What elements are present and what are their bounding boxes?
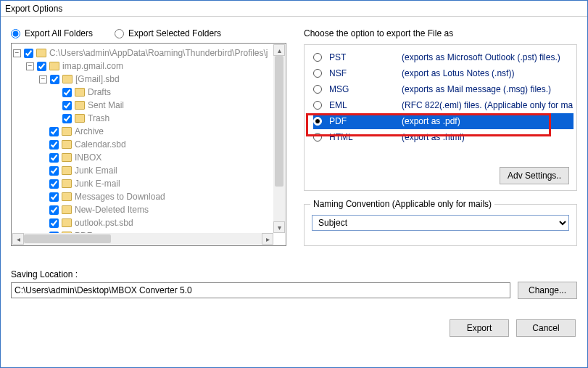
export-all-radio-input[interactable] [11, 29, 20, 38]
tree-row[interactable]: New-Deleted Items [13, 203, 284, 216]
tree-vertical-scrollbar[interactable]: ▴ ▾ [273, 44, 285, 233]
radio-icon[interactable] [313, 69, 322, 78]
scroll-left-icon[interactable]: ◂ [12, 233, 24, 245]
radio-icon[interactable] [313, 85, 322, 94]
radio-icon[interactable] [313, 53, 322, 62]
format-desc: (exports as Mail message (.msg) files.) [402, 84, 551, 94]
tree-row[interactable]: Junk Email [13, 164, 284, 177]
tree-row[interactable]: Sent Mail [13, 99, 284, 112]
tree-checkbox[interactable] [49, 192, 59, 202]
tree-checkbox[interactable] [62, 114, 72, 123]
change-button[interactable]: Change... [518, 282, 577, 299]
tree-row[interactable]: INBOX [13, 151, 284, 164]
tree-row-root[interactable]: − C:\Users\admin\AppData\Roaming\Thunder… [13, 46, 284, 60]
tree-label: Sent Mail [88, 100, 124, 110]
tree-label: imap.gmail.com [62, 61, 123, 71]
tree-checkbox[interactable] [49, 179, 59, 189]
tree-row[interactable]: Messages to Download [13, 190, 284, 203]
folder-icon [75, 101, 85, 110]
format-name: NSF [329, 68, 394, 78]
folder-icon [62, 179, 72, 188]
export-format-group: PST(exports as Microsoft Outlook (.pst) … [304, 44, 577, 191]
format-option-msg[interactable]: MSG(exports as Mail message (.msg) files… [313, 81, 573, 97]
folder-icon [62, 218, 72, 227]
radio-icon[interactable] [313, 133, 322, 142]
expand-toggle-icon[interactable]: − [26, 62, 34, 70]
tree-label: [Gmail].sbd [75, 74, 120, 84]
tree-label: Calendar.sbd [75, 139, 126, 150]
format-name: EML [329, 100, 394, 110]
naming-convention-group: Naming Convention (Applicable only for m… [304, 204, 577, 246]
tree-label: Archive [75, 126, 104, 136]
scroll-track[interactable] [273, 56, 285, 221]
folder-icon [62, 140, 72, 149]
tree-checkbox[interactable] [49, 140, 59, 150]
expand-toggle-icon[interactable]: − [39, 75, 47, 83]
export-format-heading: Choose the option to export the File as [304, 28, 577, 38]
scroll-down-icon[interactable]: ▾ [273, 221, 285, 233]
format-desc: (export as .html) [402, 132, 465, 142]
folder-icon [36, 49, 46, 57]
folder-icon [75, 114, 85, 123]
tree-checkbox[interactable] [24, 49, 33, 58]
scroll-thumb[interactable] [275, 56, 283, 187]
tree-label: C:\Users\admin\AppData\Roaming\Thunderbi… [49, 48, 268, 58]
export-selected-radio[interactable]: Export Selected Folders [115, 28, 221, 38]
format-option-html[interactable]: HTML(export as .html) [313, 129, 573, 145]
scroll-track[interactable] [24, 233, 262, 245]
tree-checkbox[interactable] [62, 88, 72, 97]
tree-label: outlook.pst.sbd [75, 218, 133, 228]
naming-select[interactable]: Subject [312, 215, 569, 231]
folder-tree[interactable]: − C:\Users\admin\AppData\Roaming\Thunder… [11, 43, 286, 246]
tree-row[interactable]: Drafts [13, 86, 284, 99]
export-options-window: Export Options Export All Folders Export… [0, 0, 588, 368]
titlebar: Export Options [1, 1, 587, 17]
export-button[interactable]: Export [450, 319, 509, 337]
export-selected-radio-input[interactable] [115, 29, 124, 38]
tree-row[interactable]: Archive [13, 125, 284, 138]
content-area: Export All Folders Export Selected Folde… [1, 17, 587, 345]
adv-settings-button[interactable]: Adv Settings.. [500, 167, 569, 184]
dialog-buttons: Export Cancel [11, 319, 577, 337]
export-all-radio[interactable]: Export All Folders [11, 28, 93, 38]
scroll-right-icon[interactable]: ▸ [262, 233, 273, 245]
format-desc: (export as .pdf) [402, 116, 460, 126]
scroll-up-icon[interactable]: ▴ [273, 44, 285, 56]
format-option-pdf[interactable]: PDF(export as .pdf) [313, 113, 573, 129]
format-desc: (exports as Microsoft Outlook (.pst) fil… [402, 52, 560, 62]
format-name: HTML [329, 132, 394, 142]
folder-icon [75, 88, 85, 97]
tree-row[interactable]: Trash [13, 112, 284, 125]
tree-label: New-Deleted Items [75, 205, 149, 215]
expand-toggle-icon[interactable]: − [13, 49, 21, 57]
tree-checkbox[interactable] [49, 166, 59, 176]
tree-horizontal-scrollbar[interactable]: ◂ ▸ [12, 233, 273, 245]
tree-checkbox[interactable] [49, 205, 59, 215]
export-mode-group: Export All Folders Export Selected Folde… [11, 28, 286, 38]
format-option-eml[interactable]: EML(RFC 822(.eml) files. (Applicable onl… [313, 97, 573, 113]
scroll-thumb[interactable] [24, 234, 111, 243]
radio-icon[interactable] [313, 101, 322, 110]
format-option-nsf[interactable]: NSF(export as Lotus Notes (.nsf)) [313, 65, 573, 81]
tree-checkbox[interactable] [62, 101, 72, 110]
tree-checkbox[interactable] [37, 62, 46, 71]
folder-icon [62, 205, 72, 214]
cancel-button[interactable]: Cancel [516, 319, 576, 337]
tree-checkbox[interactable] [49, 127, 59, 136]
tree-row[interactable]: outlook.pst.sbd [13, 216, 284, 229]
format-option-pst[interactable]: PST(exports as Microsoft Outlook (.pst) … [313, 49, 573, 65]
tree-checkbox[interactable] [49, 218, 59, 228]
tree-row-account[interactable]: − imap.gmail.com [13, 60, 284, 73]
saving-location-input[interactable] [11, 282, 510, 298]
tree-row[interactable]: Calendar.sbd [13, 138, 284, 151]
folder-icon [62, 153, 72, 162]
tree-checkbox[interactable] [50, 75, 59, 84]
tree-row[interactable]: Junk E-mail [13, 177, 284, 190]
tree-label: Junk Email [75, 165, 117, 176]
export-all-label: Export All Folders [25, 28, 93, 38]
radio-icon[interactable] [313, 117, 322, 126]
tree-row-gmail[interactable]: − [Gmail].sbd [13, 73, 284, 86]
naming-legend: Naming Convention (Applicable only for m… [310, 199, 494, 209]
format-desc: (export as Lotus Notes (.nsf)) [402, 68, 514, 78]
tree-checkbox[interactable] [49, 153, 59, 163]
